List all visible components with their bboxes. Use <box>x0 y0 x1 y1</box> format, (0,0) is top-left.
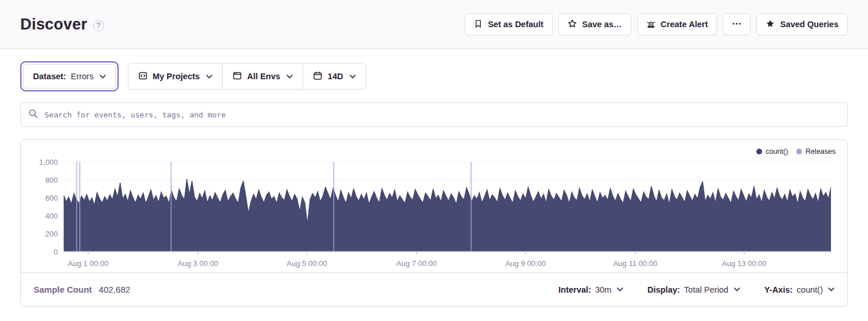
count-series-dot <box>756 149 762 154</box>
chart-legend: count() Releases <box>756 147 836 156</box>
legend-item-count[interactable]: count() <box>756 147 788 156</box>
date-range-dropdown[interactable]: 14D <box>303 64 366 89</box>
chevron-down-icon <box>828 287 834 292</box>
chevron-down-icon <box>617 287 623 292</box>
star-filled-icon <box>766 19 775 30</box>
y-axis-labels: 02004006008001,000 <box>21 161 64 255</box>
y-tick-label: 400 <box>45 212 58 220</box>
header-actions: Set as Default Save as… Create Alert <box>465 13 848 35</box>
x-tick-label: Aug 11 00:00 <box>613 259 657 268</box>
x-tick-label: Aug 7 00:00 <box>396 259 437 268</box>
y-tick-label: 1,000 <box>39 158 58 167</box>
siren-icon <box>646 19 656 30</box>
chart-footer: Sample Count 402,682 Interval: 30m Displ… <box>21 272 847 306</box>
y-tick-label: 600 <box>45 194 58 202</box>
x-axis-labels: Aug 1 00:00Aug 3 00:00Aug 5 00:00Aug 7 0… <box>64 255 831 272</box>
search-bar <box>20 102 848 127</box>
chevron-down-icon <box>734 287 740 292</box>
x-tick-label: Aug 5 00:00 <box>286 259 327 268</box>
set-as-default-button[interactable]: Set as Default <box>465 13 553 35</box>
y-axis-dropdown[interactable]: Y-Axis: count() <box>764 285 834 294</box>
chevron-down-icon <box>350 75 356 79</box>
chevron-down-icon <box>286 75 293 79</box>
page-title: Discover <box>20 16 87 34</box>
chevron-down-icon <box>206 75 212 79</box>
y-tick-label: 200 <box>45 230 58 238</box>
y-tick-label: 0 <box>54 248 58 256</box>
saved-queries-button[interactable]: Saved Queries <box>756 13 848 35</box>
x-tick-label: Aug 13 00:00 <box>722 259 766 268</box>
x-tick-label: Aug 1 00:00 <box>68 259 108 268</box>
star-outline-icon <box>568 19 577 30</box>
search-icon <box>28 109 38 121</box>
filter-bar: Dataset: Errors My Projects All En <box>20 61 848 91</box>
page-header: Discover ? Set as Default Save as… <box>0 0 868 49</box>
create-alert-button[interactable]: Create Alert <box>637 13 718 35</box>
y-tick-label: 800 <box>45 176 58 185</box>
help-icon[interactable]: ? <box>93 20 104 31</box>
sample-count-label: Sample Count <box>34 285 92 294</box>
ellipsis-icon <box>731 19 742 30</box>
legend-item-releases[interactable]: Releases <box>796 147 836 156</box>
x-tick-label: Aug 9 00:00 <box>505 259 546 268</box>
projects-icon <box>138 71 148 82</box>
chevron-down-icon <box>100 75 106 79</box>
environments-dropdown[interactable]: All Envs <box>222 64 303 89</box>
area-chart <box>64 161 831 255</box>
interval-dropdown[interactable]: Interval: 30m <box>558 285 623 294</box>
display-dropdown[interactable]: Display: Total Period <box>648 285 740 294</box>
save-as-button[interactable]: Save as… <box>558 13 631 35</box>
chart-panel: count() Releases 02004006008001,000 Aug … <box>20 139 848 307</box>
search-input[interactable] <box>43 110 840 120</box>
dataset-dropdown[interactable]: Dataset: Errors <box>23 64 116 88</box>
more-options-button[interactable] <box>723 13 751 35</box>
x-tick-label: Aug 3 00:00 <box>178 259 218 268</box>
dataset-focus-ring: Dataset: Errors <box>20 61 119 91</box>
calendar-icon <box>313 71 322 82</box>
page-filter-bar: My Projects All Envs 14D <box>128 63 366 90</box>
projects-dropdown[interactable]: My Projects <box>128 64 222 89</box>
bookmark-icon <box>474 19 483 30</box>
sample-count-value: 402,682 <box>99 285 130 294</box>
window-icon <box>233 71 242 82</box>
releases-series-dot <box>796 149 802 154</box>
